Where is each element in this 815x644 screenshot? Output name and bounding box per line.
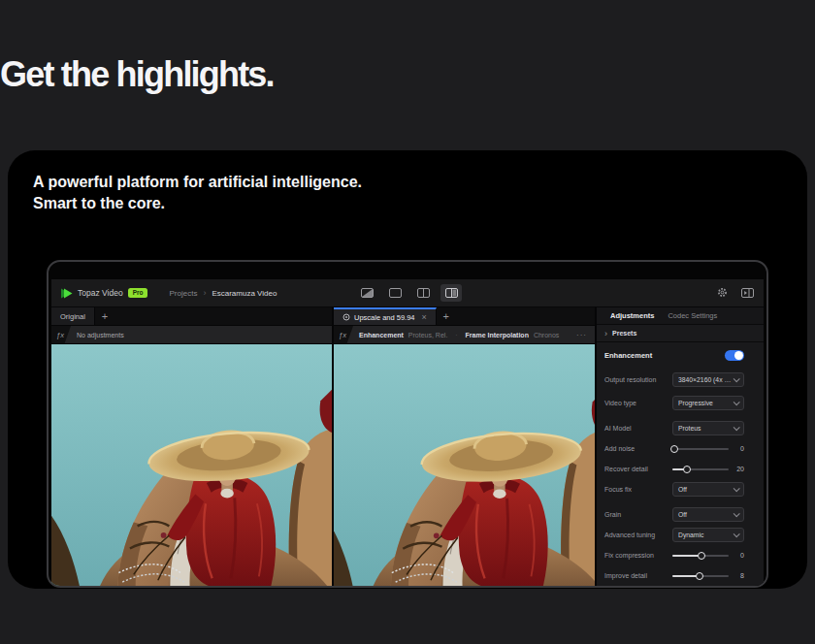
- view-mode-switcher: [356, 279, 462, 306]
- control-row-improve-detail: Improve detail 8: [604, 565, 744, 586]
- enhancement-toggle[interactable]: [725, 350, 744, 361]
- advanced-tuning-dropdown[interactable]: Dynamic: [672, 528, 744, 542]
- tab-original[interactable]: Original: [51, 307, 95, 325]
- brand-name: Topaz Video: [78, 288, 123, 298]
- control-row-ai-model: AI Model Proteus: [604, 418, 744, 438]
- interpolation-status-label: Frame Interpolation: [466, 332, 529, 338]
- control-label: Focus fix: [604, 486, 672, 493]
- dropdown-value: Proteus: [678, 425, 701, 432]
- control-label: Fix compression: [604, 552, 672, 559]
- tab-original-label: Original: [60, 312, 85, 321]
- slider-track: [672, 448, 729, 450]
- presets-row[interactable]: › Presets: [597, 325, 764, 342]
- control-row-video-type: Video type Progressive: [604, 393, 744, 413]
- control-row-add-noise: Add noise 0: [604, 438, 744, 459]
- processed-pane: Upscale and 59.94 × + ƒx Enhancement Pro…: [334, 307, 595, 586]
- video-preview-processed[interactable]: [334, 344, 595, 586]
- recover-detail-slider[interactable]: [672, 462, 729, 476]
- original-status-text: No adjustments: [77, 332, 124, 338]
- settings-gear-icon[interactable]: [717, 284, 728, 302]
- upscale-icon: [342, 313, 350, 321]
- processed-status-bar: ƒx Enhancement Proteus, Rel. · Frame Int…: [334, 326, 595, 344]
- focus-fix-dropdown[interactable]: Off: [672, 482, 744, 497]
- chevron-down-icon: [734, 375, 740, 382]
- control-row-fix-compression: Fix compression 0: [604, 545, 744, 565]
- control-row-output-resolution: Output resolution 3840×2160 (4x …: [604, 370, 744, 390]
- close-tab-icon[interactable]: ×: [422, 312, 427, 322]
- video-type-dropdown[interactable]: Progressive: [672, 396, 744, 410]
- enhancement-toggle-row: Enhancement: [604, 346, 744, 364]
- sidebar-body: Enhancement Output resolution 3840×2160 …: [597, 342, 764, 586]
- add-view-button-left[interactable]: +: [95, 307, 114, 325]
- tagline-line2: Smart to the core.: [33, 195, 165, 211]
- enhancement-status-label: Enhancement: [359, 332, 404, 338]
- enhancement-status-value: Proteus, Rel.: [408, 332, 447, 338]
- tab-upscale-label: Upscale and 59.94: [354, 313, 415, 322]
- control-label: Add noise: [604, 445, 672, 452]
- slider-knob[interactable]: [670, 445, 678, 453]
- toggle-right-panel-icon[interactable]: [741, 284, 754, 302]
- slider-value: 0: [731, 552, 744, 559]
- chevron-right-icon: ›: [604, 329, 607, 338]
- chevron-down-icon: [734, 510, 740, 517]
- tab-adjustments[interactable]: Adjustments: [610, 311, 654, 320]
- original-pane: Original + ƒx No adjustments: [51, 307, 332, 586]
- control-row-recover-detail: Recover detail 20: [604, 459, 744, 479]
- toggle-knob: [734, 351, 743, 360]
- add-view-button-right[interactable]: +: [437, 307, 456, 325]
- control-label: Output resolution: [604, 376, 672, 383]
- status-overflow-icon[interactable]: ···: [576, 331, 587, 339]
- tab-upscale[interactable]: Upscale and 59.94 ×: [334, 307, 437, 325]
- control-label: Recover detail: [604, 466, 672, 472]
- fx-icon: ƒx: [334, 326, 353, 343]
- control-label: Grain: [604, 511, 672, 518]
- slider-knob[interactable]: [683, 466, 691, 473]
- slider-value: 0: [731, 445, 744, 452]
- control-label: AI Model: [604, 425, 672, 432]
- control-label: Video type: [604, 400, 672, 406]
- original-tabrow: Original +: [51, 307, 332, 326]
- adjustments-sidebar: Adjustments Codec Settings › Presets Enh…: [597, 307, 764, 586]
- fix-compression-slider[interactable]: [672, 548, 729, 563]
- slider-knob[interactable]: [696, 572, 703, 580]
- ai-model-dropdown[interactable]: Proteus: [672, 421, 744, 435]
- processed-tabrow: Upscale and 59.94 × +: [334, 307, 595, 326]
- control-label: Improve detail: [604, 572, 672, 579]
- control-row-focus-fix: Focus fix Off: [604, 479, 744, 499]
- control-row-advanced-tuning: Advanced tuning Dynamic: [604, 525, 744, 545]
- pro-badge: Pro: [128, 288, 148, 298]
- app-logo[interactable]: Topaz Video Pro: [61, 288, 147, 299]
- improve-detail-slider[interactable]: [672, 568, 729, 583]
- control-label: Advanced tuning: [604, 531, 672, 538]
- interpolation-status-value: Chronos: [534, 332, 559, 338]
- split-view-icon[interactable]: [412, 284, 434, 302]
- add-noise-slider[interactable]: [672, 441, 729, 456]
- highlight-card: A powerful platform for artificial intel…: [8, 150, 807, 589]
- breadcrumb: Projects › Escaramuza Video: [169, 288, 277, 298]
- dropdown-value: Progressive: [678, 400, 713, 406]
- tagline-line1: A powerful platform for artificial intel…: [33, 174, 362, 190]
- page-title: Get the highlights.: [0, 54, 274, 95]
- video-preview-original[interactable]: [51, 344, 332, 586]
- slider-knob[interactable]: [698, 552, 705, 560]
- tab-codec-settings[interactable]: Codec Settings: [668, 311, 717, 320]
- breadcrumb-separator: ›: [203, 288, 206, 298]
- chevron-down-icon: [734, 485, 740, 492]
- dropdown-value: Off: [678, 511, 687, 518]
- grain-dropdown[interactable]: Off: [672, 507, 744, 522]
- slider-value: 8: [731, 572, 744, 579]
- single-view-icon[interactable]: [384, 284, 406, 302]
- side-by-side-view-icon[interactable]: [440, 284, 462, 302]
- compare-view-icon[interactable]: [356, 284, 377, 302]
- chevron-down-icon: [734, 531, 740, 537]
- topaz-video-app: Topaz Video Pro Projects › Escaramuza Vi…: [51, 279, 764, 586]
- breadcrumb-projects[interactable]: Projects: [169, 289, 197, 298]
- app-window-frame: Topaz Video Pro Projects › Escaramuza Vi…: [47, 260, 768, 588]
- chevron-down-icon: [734, 424, 740, 431]
- presets-label: Presets: [612, 330, 636, 337]
- sidebar-tabs: Adjustments Codec Settings: [597, 307, 764, 325]
- breadcrumb-current-project: Escaramuza Video: [212, 289, 277, 298]
- titlebar-right-actions: [717, 279, 754, 306]
- output-resolution-dropdown[interactable]: 3840×2160 (4x …: [672, 372, 744, 387]
- dropdown-value: 3840×2160 (4x …: [678, 376, 731, 383]
